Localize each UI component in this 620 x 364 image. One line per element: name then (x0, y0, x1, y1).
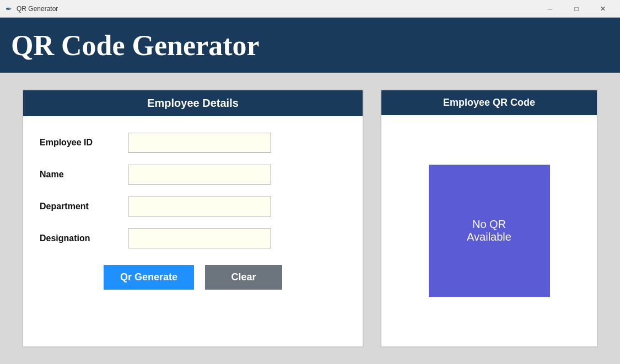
qr-placeholder: No QRAvailable (429, 165, 550, 297)
employee-details-header: Employee Details (23, 90, 363, 116)
title-bar-title: QR Generator (17, 5, 58, 13)
clear-button[interactable]: Clear (205, 265, 282, 290)
qr-panel: Employee QR Code No QRAvailable (380, 89, 598, 347)
title-bar-controls: ─ □ ✕ (537, 1, 616, 17)
close-button[interactable]: ✕ (590, 1, 616, 17)
department-row: Department (40, 197, 346, 216)
department-label: Department (40, 202, 128, 211)
title-bar: ✒ QR Generator ─ □ ✕ (0, 0, 620, 18)
designation-row: Designation (40, 229, 346, 248)
app-title: QR Code Generator (11, 29, 260, 62)
name-input[interactable] (128, 165, 271, 184)
maximize-button[interactable]: □ (564, 1, 589, 17)
designation-label: Designation (40, 233, 128, 243)
app-header: QR Code Generator (0, 18, 620, 73)
minimize-button[interactable]: ─ (537, 1, 563, 17)
employee-id-input[interactable] (128, 133, 271, 153)
main-content: Employee Details Employee ID Name Depart… (0, 73, 620, 364)
employee-id-label: Employee ID (40, 138, 128, 148)
qr-panel-header: Employee QR Code (381, 90, 597, 115)
employee-details-body: Employee ID Name Department Designation … (23, 116, 363, 346)
qr-panel-body: No QRAvailable (381, 115, 597, 346)
title-bar-left: ✒ QR Generator (4, 4, 58, 13)
button-row: Qr Generate Clear (40, 265, 346, 301)
no-qr-text: No QRAvailable (467, 218, 511, 243)
app-icon: ✒ (4, 4, 13, 13)
designation-input[interactable] (128, 229, 271, 248)
name-row: Name (40, 165, 346, 184)
name-label: Name (40, 170, 128, 180)
employee-details-panel: Employee Details Employee ID Name Depart… (22, 89, 364, 347)
department-input[interactable] (128, 197, 271, 216)
employee-id-row: Employee ID (40, 133, 346, 153)
qr-generate-button[interactable]: Qr Generate (104, 265, 194, 290)
